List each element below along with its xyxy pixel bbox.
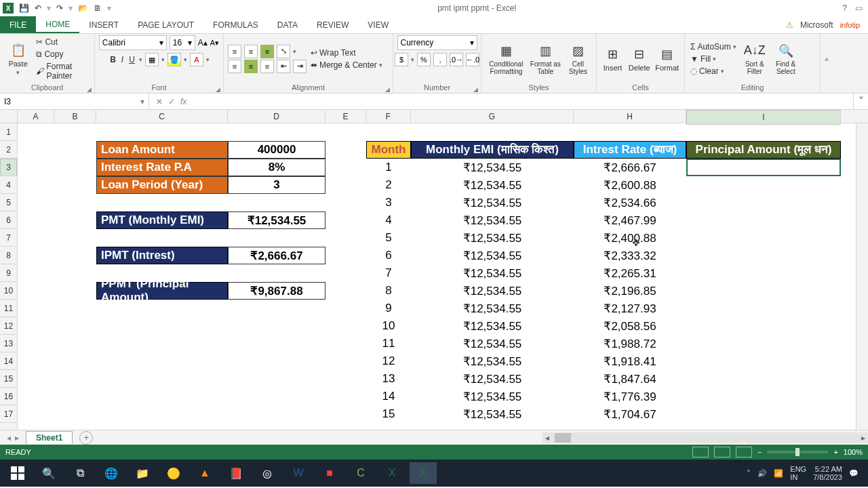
cell-emi[interactable]: ₹12,534.55 — [411, 405, 574, 423]
cell-month[interactable]: 15 — [366, 405, 411, 423]
italic-button[interactable]: I — [120, 54, 125, 65]
tray-chevron-icon[interactable]: ˄ — [747, 469, 751, 478]
copy-button[interactable]: ⧉Copy — [35, 49, 90, 60]
cell-emi[interactable]: ₹12,534.55 — [411, 335, 574, 352]
tray-speaker-icon[interactable]: 🔊 — [757, 469, 767, 478]
fill-button[interactable]: ▼Fill▾ — [689, 54, 738, 64]
insert-cells-button[interactable]: ⊞Insert — [601, 46, 625, 72]
pdf-icon[interactable]: 📕 — [222, 462, 250, 484]
row-header-10[interactable]: 10 — [0, 282, 17, 300]
row-header-13[interactable]: 13 — [0, 335, 17, 352]
fx-icon[interactable]: fx — [180, 97, 186, 106]
cell-intrest[interactable]: ₹2,196.85 — [574, 282, 686, 300]
conditional-formatting-button[interactable]: ▦Conditional Formatting — [486, 43, 527, 75]
cell-intrest[interactable]: ₹1,776.39 — [574, 388, 686, 405]
cell-month[interactable]: 6 — [366, 247, 411, 264]
cell-emi[interactable]: ₹12,534.55 — [411, 247, 574, 264]
cell-intrest[interactable]: ₹1,847.64 — [574, 370, 686, 388]
comma-icon[interactable]: , — [433, 53, 447, 66]
cell-month[interactable]: 4 — [366, 211, 411, 229]
collapse-ribbon-icon[interactable]: ˄ — [821, 34, 833, 93]
qat-save-icon[interactable]: 💾 — [19, 3, 29, 13]
row-header-16[interactable]: 16 — [0, 388, 17, 405]
dialog-launcher-icon[interactable]: ◢ — [385, 86, 390, 93]
edge-icon[interactable]: 🌐 — [98, 462, 125, 484]
cell-emi[interactable]: ₹12,534.55 — [411, 317, 574, 335]
dialog-launcher-icon[interactable]: ◢ — [87, 86, 92, 93]
name-box[interactable]: I3▾ — [0, 94, 149, 109]
font-color-button[interactable]: A — [190, 53, 203, 66]
cancel-formula-icon[interactable]: ✕ — [156, 97, 163, 106]
zoom-out-icon[interactable]: − — [757, 448, 762, 456]
sheet-tab-sheet1[interactable]: Sheet1 — [26, 431, 73, 444]
cell-intrest[interactable]: ₹1,918.41 — [574, 352, 686, 370]
cell-intrest[interactable]: ₹2,467.99 — [574, 211, 686, 229]
camtasia-icon[interactable]: C — [347, 462, 374, 484]
expand-formula-bar-icon[interactable]: ˅ — [853, 94, 868, 109]
view-page-layout-icon[interactable] — [714, 447, 730, 458]
value-interest-rate[interactable]: 8% — [228, 159, 326, 176]
signin-badge[interactable]: infotip — [840, 21, 860, 29]
row-header-11[interactable]: 11 — [0, 300, 17, 317]
bold-button[interactable]: B — [108, 54, 117, 65]
cell-emi[interactable]: ₹12,534.55 — [411, 388, 574, 405]
ribbon-display-options-icon[interactable]: ▭ — [855, 3, 863, 13]
find-select-button[interactable]: 🔍Find & Select — [772, 43, 800, 75]
tab-data[interactable]: DATA — [268, 16, 307, 33]
col-B[interactable]: B — [54, 110, 96, 123]
cell-emi[interactable]: ₹12,534.55 — [411, 229, 574, 247]
notifications-icon[interactable]: 💬 — [849, 469, 859, 478]
qat-undo-icon[interactable]: ↶ — [35, 3, 41, 13]
row-header-12[interactable]: 12 — [0, 317, 17, 335]
vertical-scrollbar[interactable] — [856, 123, 868, 430]
font-name-select[interactable]: Calibri▾ — [99, 35, 167, 50]
enter-formula-icon[interactable]: ✓ — [168, 97, 175, 106]
cell-emi[interactable]: ₹12,534.55 — [411, 300, 574, 317]
cell-intrest[interactable]: ₹2,333.32 — [574, 247, 686, 264]
tab-view[interactable]: VIEW — [358, 16, 398, 33]
col-A[interactable]: A — [18, 110, 54, 123]
paste-button[interactable]: 📋 Paste ▾ — [4, 42, 32, 76]
cell-intrest[interactable]: ₹2,534.66 — [574, 194, 686, 211]
excel-window-icon[interactable]: X — [410, 462, 437, 484]
cell-emi[interactable]: ₹12,534.55 — [411, 264, 574, 282]
view-page-break-icon[interactable] — [736, 447, 752, 458]
tab-review[interactable]: REVIEW — [307, 16, 358, 33]
row-header-7[interactable]: 7 — [0, 229, 17, 247]
help-icon[interactable]: ? — [842, 3, 847, 13]
delete-cells-button[interactable]: ⊟Delete — [627, 46, 651, 72]
start-button[interactable] — [4, 462, 31, 484]
cell-month[interactable]: 12 — [366, 352, 411, 370]
row-header-15[interactable]: 15 — [0, 370, 17, 388]
format-as-table-button[interactable]: ▥Format as Table — [530, 43, 561, 75]
qat-new-icon[interactable]: 🗎 — [94, 3, 102, 13]
account-name[interactable]: Microsoft — [800, 20, 833, 30]
cell-month[interactable]: 8 — [366, 282, 411, 300]
clear-button[interactable]: ◌Clear▾ — [689, 66, 738, 77]
zoom-level[interactable]: 100% — [844, 448, 863, 456]
tab-formulas[interactable]: FORMULAS — [203, 16, 268, 33]
cell-month[interactable]: 2 — [366, 176, 411, 194]
account-warning-icon[interactable]: ⚠ — [786, 20, 793, 30]
zoom-in-icon[interactable]: + — [833, 448, 837, 456]
qat-open-icon[interactable]: 📂 — [78, 3, 88, 13]
tab-insert[interactable]: INSERT — [79, 16, 128, 33]
tab-home[interactable]: HOME — [36, 16, 79, 33]
tab-file[interactable]: FILE — [0, 16, 36, 33]
tab-pagelayout[interactable]: PAGE LAYOUT — [128, 16, 203, 33]
increase-indent-icon[interactable]: ⇥ — [293, 60, 307, 73]
cell-month[interactable]: 3 — [366, 194, 411, 211]
borders-button[interactable]: ▦ — [145, 53, 159, 66]
merge-center-button[interactable]: ⬌Merge & Center▾ — [309, 60, 384, 70]
font-size-select[interactable]: 16▾ — [170, 35, 195, 50]
col-G[interactable]: G — [411, 110, 574, 123]
number-format-select[interactable]: Currency▾ — [397, 35, 477, 50]
fill-color-button[interactable]: 🪣 — [167, 53, 181, 66]
search-icon[interactable]: 🔍 — [35, 462, 62, 484]
row-header-6[interactable]: 6 — [0, 211, 17, 229]
row-header-5[interactable]: 5 — [0, 194, 17, 211]
obs-icon[interactable]: ◎ — [254, 462, 281, 484]
camtasia-record-icon[interactable]: ■ — [316, 462, 343, 484]
cell-intrest[interactable]: ₹2,127.93 — [574, 300, 686, 317]
cut-button[interactable]: ✂Cut — [35, 37, 90, 47]
